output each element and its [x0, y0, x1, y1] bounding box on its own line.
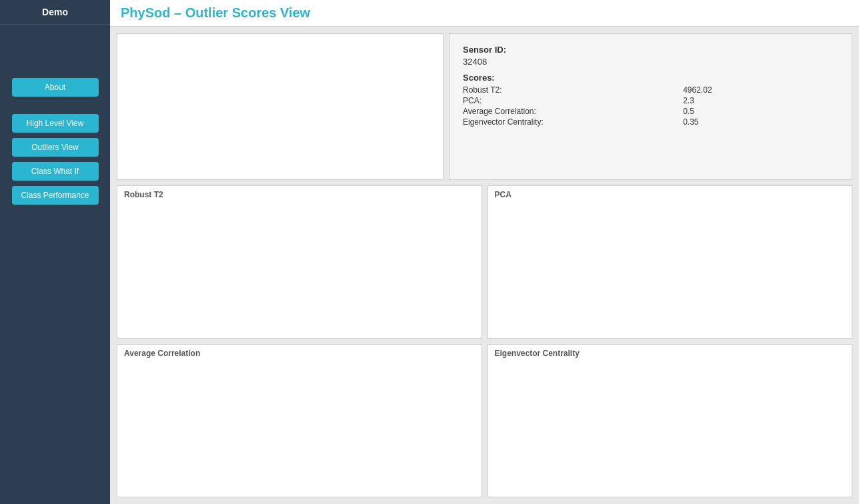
eigen-chart — [492, 361, 848, 489]
charts-row1: Robust T2 PCA — [117, 185, 852, 339]
pca-label: PCA: — [463, 96, 670, 105]
main-content: PhySod – Outlier Scores View Sensor ID: … — [110, 0, 859, 504]
scores-grid: Robust T2: 4962.02 PCA: 2.3 Average Corr… — [463, 85, 838, 127]
classperformance-button[interactable]: Class Performance — [12, 186, 99, 205]
classwhatif-button[interactable]: Class What If — [12, 162, 99, 181]
robust-t2-value: 4962.02 — [683, 85, 838, 95]
content-area: Sensor ID: 32408 Scores: Robust T2: 4962… — [110, 27, 859, 504]
avg-corr-title: Average Correlation — [121, 349, 478, 358]
avg-corr-panel: Average Correlation — [117, 344, 482, 497]
scores-label: Scores: — [463, 73, 838, 83]
sensor-id-value: 32408 — [463, 57, 487, 67]
avg-corr-value: 0.5 — [683, 107, 838, 116]
page-header: PhySod – Outlier Scores View — [110, 0, 859, 27]
avg-corr-chart — [121, 361, 478, 489]
pca-chart — [492, 202, 848, 330]
info-panel: Sensor ID: 32408 Scores: Robust T2: 4962… — [449, 33, 852, 180]
eigen-label: Eigenvector Centrality: — [463, 117, 670, 127]
timeseries-chart — [123, 39, 438, 174]
eigen-chart-title: Eigenvector Centrality — [492, 349, 848, 358]
scores-section: Scores: Robust T2: 4962.02 PCA: 2.3 Aver… — [463, 73, 838, 127]
robust-t2-label: Robust T2: — [463, 85, 670, 95]
sidebar-title: Demo — [0, 0, 110, 25]
eigen-value: 0.35 — [683, 117, 838, 127]
sensor-id-label: Sensor ID: — [463, 45, 506, 55]
pca-value: 2.3 — [683, 96, 838, 105]
timeseries-panel — [117, 33, 444, 180]
charts-row2: Average Correlation Eigenvector Centrali… — [117, 344, 852, 497]
page-title: PhySod – Outlier Scores View — [121, 5, 848, 21]
robust-t2-chart — [121, 202, 478, 330]
outliers-button[interactable]: Outliers View — [12, 138, 99, 157]
robust-t2-title: Robust T2 — [121, 190, 478, 199]
sensor-id-section: Sensor ID: 32408 — [463, 43, 838, 67]
pca-title: PCA — [492, 190, 848, 199]
eigen-panel: Eigenvector Centrality — [488, 344, 852, 497]
sidebar: Demo About High Level View Outliers View… — [0, 0, 110, 504]
top-row: Sensor ID: 32408 Scores: Robust T2: 4962… — [117, 33, 852, 180]
nav-section: High Level View Outliers View Class What… — [0, 105, 110, 214]
pca-panel: PCA — [488, 185, 852, 339]
robust-t2-panel: Robust T2 — [117, 185, 482, 339]
avg-corr-label: Average Correlation: — [463, 107, 670, 116]
about-button[interactable]: About — [12, 78, 99, 97]
highlevel-button[interactable]: High Level View — [12, 114, 99, 133]
